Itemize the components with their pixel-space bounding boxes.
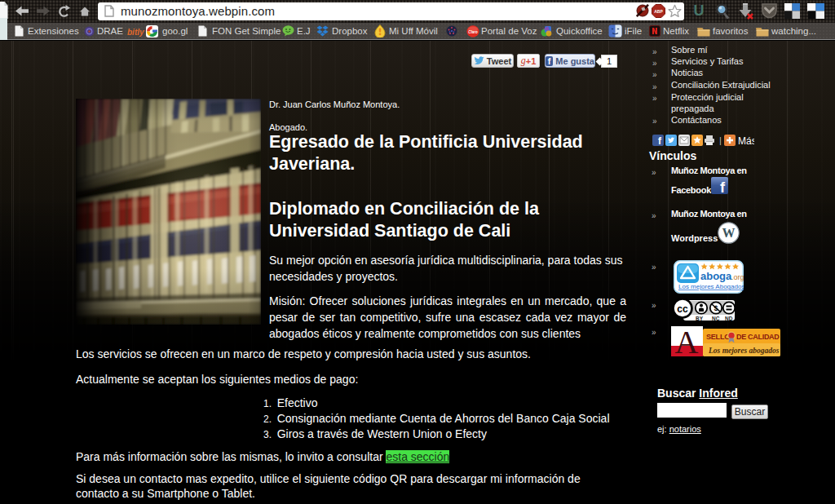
svg-text:.org: .org [731,273,744,281]
svg-text:Los mejores Abogados: Los mejores Abogados [678,283,744,290]
svg-text:BY: BY [696,316,704,321]
svg-text:Claro: Claro [468,30,478,34]
svg-text:Más: Más [738,135,754,147]
svg-text:ABP: ABP [654,9,663,14]
svg-text:ND: ND [725,316,733,321]
svg-text:A: A [675,326,699,356]
svg-text:Los mejores abogados: Los mejores abogados [708,347,780,355]
svg-text:f: f [720,179,726,194]
svg-text:DE CALIDAD: DE CALIDAD [736,333,780,341]
svg-text:|: | [719,135,722,145]
svg-text:NC: NC [712,316,720,321]
svg-text:cc: cc [677,303,688,315]
svg-text:W: W [722,226,736,240]
svg-text:SELLO: SELLO [706,333,730,341]
svg-text:aboga: aboga [700,270,732,282]
